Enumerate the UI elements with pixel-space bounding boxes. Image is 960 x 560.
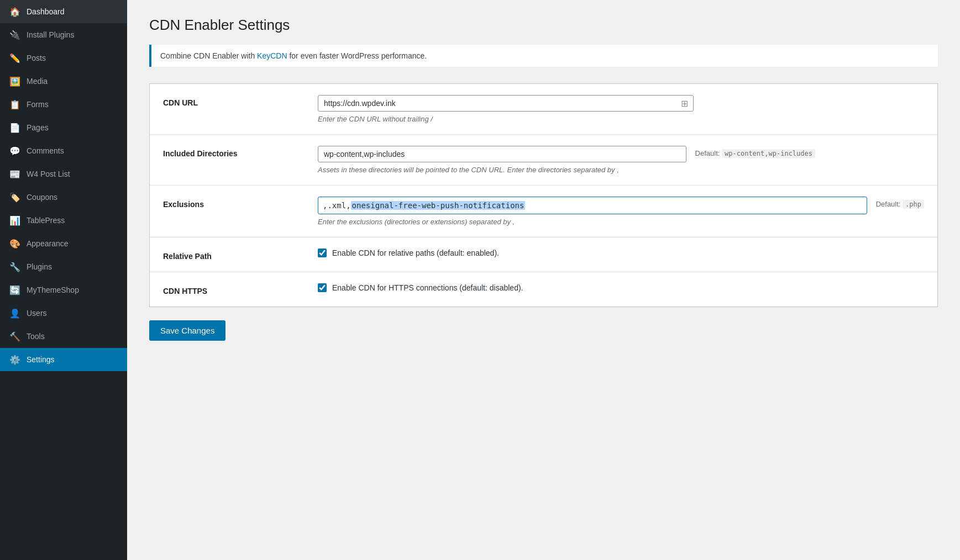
notice-bar: Combine CDN Enabler with KeyCDN for even… <box>149 45 938 67</box>
save-button[interactable]: Save Changes <box>149 320 225 341</box>
cdn-https-help: Enable CDN for HTTPS connections (defaul… <box>332 283 523 292</box>
sidebar-item-appearance[interactable]: 🎨Appearance <box>0 232 127 255</box>
relative-path-checkbox[interactable] <box>318 249 327 257</box>
relative-path-checkbox-row: Enable CDN for relative paths (default: … <box>318 249 924 257</box>
included-directories-label: Included Directories <box>163 146 307 158</box>
tools-icon: 🔨 <box>9 330 21 342</box>
sidebar-item-plugins[interactable]: 🔧Plugins <box>0 255 127 278</box>
included-directories-default: Default: wp-content,wp-includes <box>695 146 815 157</box>
expand-icon: ⊞ <box>681 98 688 109</box>
comments-icon: 💬 <box>9 145 21 157</box>
notice-suffix: for even faster WordPress performance. <box>287 51 427 60</box>
forms-icon: 📋 <box>9 98 21 110</box>
sidebar-item-label-coupons: Coupons <box>27 193 57 202</box>
sidebar-item-install-plugins[interactable]: 🔌Install Plugins <box>0 23 127 46</box>
sidebar-item-label-forms: Forms <box>27 100 49 109</box>
cdn-https-checkbox-row: Enable CDN for HTTPS connections (defaul… <box>318 283 924 292</box>
media-icon: 🖼️ <box>9 75 21 87</box>
exclusions-input-row: ,.xml, onesignal-free-web-push-notificat… <box>318 197 924 214</box>
cdn-url-label: CDN URL <box>163 95 307 107</box>
cdn-url-row: CDN URL ⊞ Enter the CDN URL without trai… <box>150 84 937 135</box>
sidebar-item-label-dashboard: Dashboard <box>27 7 65 16</box>
sidebar-item-label-posts: Posts <box>27 54 46 62</box>
sidebar-item-w4-post-list[interactable]: 📰W4 Post List <box>0 162 127 186</box>
sidebar-item-dashboard[interactable]: 🏠Dashboard <box>0 0 127 23</box>
included-directories-help: Assets in these directories will be poin… <box>318 166 924 174</box>
sidebar-item-label-comments: Comments <box>27 146 64 155</box>
exclusions-field[interactable]: ,.xml, onesignal-free-web-push-notificat… <box>318 197 867 214</box>
sidebar-item-label-plugins: Plugins <box>27 262 52 271</box>
sidebar-item-tools[interactable]: 🔨Tools <box>0 325 127 348</box>
cdn-url-help: Enter the CDN URL without trailing / <box>318 115 924 123</box>
dir-row: Default: wp-content,wp-includes <box>318 146 815 162</box>
sidebar-item-pages[interactable]: 📄Pages <box>0 116 127 139</box>
keycdn-link[interactable]: KeyCDN <box>257 51 287 60</box>
page-title: CDN Enabler Settings <box>149 17 938 34</box>
pages-icon: 📄 <box>9 121 21 134</box>
w4-post-list-icon: 📰 <box>9 168 21 180</box>
sidebar-item-users[interactable]: 👤Users <box>0 302 127 325</box>
cdn-url-control: ⊞ Enter the CDN URL without trailing / <box>318 95 924 123</box>
included-directories-row: Included Directories Default: wp-content… <box>150 135 937 186</box>
mythemeshop-icon: 🔄 <box>9 284 21 296</box>
sidebar-item-label-pages: Pages <box>27 123 49 132</box>
relative-path-label: Relative Path <box>163 249 307 261</box>
sidebar: 🏠Dashboard🔌Install Plugins✏️Posts🖼️Media… <box>0 0 127 560</box>
exclusions-row: Exclusions ,.xml, onesignal-free-web-pus… <box>150 186 937 237</box>
exclusions-highlighted-text: onesignal-free-web-push-notifications <box>351 201 526 210</box>
sidebar-item-label-settings: Settings <box>27 355 55 364</box>
tablepress-icon: 📊 <box>9 214 21 226</box>
sidebar-item-label-media: Media <box>27 77 48 86</box>
cdn-https-checkbox[interactable] <box>318 283 327 292</box>
included-directories-control: Default: wp-content,wp-includes Assets i… <box>318 146 924 174</box>
posts-icon: ✏️ <box>9 52 21 64</box>
sidebar-item-label-w4-post-list: W4 Post List <box>27 170 70 178</box>
exclusions-default: Default: .php <box>876 197 924 208</box>
sidebar-item-label-tablepress: TablePress <box>27 216 65 225</box>
exclusions-help: Enter the exclusions (directories or ext… <box>318 218 924 226</box>
sidebar-item-label-appearance: Appearance <box>27 239 69 248</box>
cdn-url-input[interactable] <box>318 95 694 112</box>
cdn-https-label: CDN HTTPS <box>163 283 307 295</box>
cdn-https-control: Enable CDN for HTTPS connections (defaul… <box>318 283 924 292</box>
cdn-https-row: CDN HTTPS Enable CDN for HTTPS connectio… <box>150 272 937 307</box>
dashboard-icon: 🏠 <box>9 6 21 18</box>
plugins-icon: 🔧 <box>9 261 21 273</box>
sidebar-item-label-users: Users <box>27 309 47 318</box>
coupons-icon: 🏷️ <box>9 191 21 203</box>
included-directories-input[interactable] <box>318 146 686 162</box>
sidebar-item-settings[interactable]: ⚙️Settings <box>0 348 127 371</box>
relative-path-help: Enable CDN for relative paths (default: … <box>332 249 499 257</box>
settings-icon: ⚙️ <box>9 353 21 366</box>
sidebar-item-label-install-plugins: Install Plugins <box>27 30 74 39</box>
sidebar-item-mythemeshop[interactable]: 🔄MyThemeShop <box>0 278 127 302</box>
notice-text: Combine CDN Enabler with <box>160 51 257 60</box>
sidebar-item-forms[interactable]: 📋Forms <box>0 93 127 116</box>
main-content: CDN Enabler Settings Combine CDN Enabler… <box>127 0 960 560</box>
settings-panel: CDN URL ⊞ Enter the CDN URL without trai… <box>149 83 938 307</box>
exclusions-label: Exclusions <box>163 197 307 209</box>
users-icon: 👤 <box>9 307 21 319</box>
install-plugins-icon: 🔌 <box>9 29 21 41</box>
sidebar-item-label-mythemeshop: MyThemeShop <box>27 286 79 294</box>
sidebar-item-label-tools: Tools <box>27 332 45 341</box>
relative-path-control: Enable CDN for relative paths (default: … <box>318 249 924 257</box>
cdn-url-wrapper: ⊞ <box>318 95 694 112</box>
sidebar-item-coupons[interactable]: 🏷️Coupons <box>0 186 127 209</box>
sidebar-item-posts[interactable]: ✏️Posts <box>0 46 127 70</box>
sidebar-item-comments[interactable]: 💬Comments <box>0 139 127 162</box>
sidebar-item-tablepress[interactable]: 📊TablePress <box>0 209 127 232</box>
exclusions-control: ,.xml, onesignal-free-web-push-notificat… <box>318 197 924 226</box>
exclusions-plain-text: ,.xml, <box>323 201 351 210</box>
appearance-icon: 🎨 <box>9 237 21 250</box>
relative-path-row: Relative Path Enable CDN for relative pa… <box>150 237 937 272</box>
sidebar-item-media[interactable]: 🖼️Media <box>0 70 127 93</box>
